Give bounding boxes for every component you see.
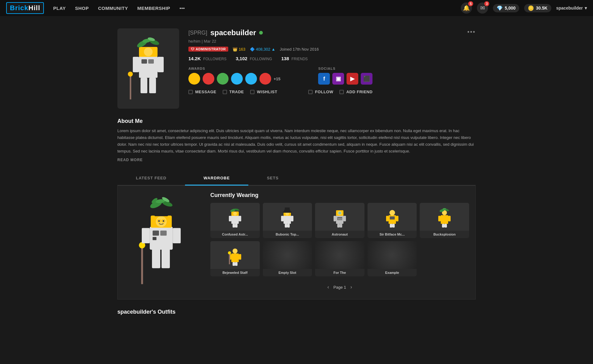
item-name-9: Example	[368, 269, 417, 276]
item-thumb-7	[263, 241, 312, 269]
item-name-7: Empty Slot	[263, 269, 312, 276]
currency2-value: 30.5K	[536, 6, 547, 10]
award-2[interactable]	[203, 73, 214, 85]
message-icon[interactable]: ✉ 3	[477, 2, 488, 14]
svg-point-91	[228, 251, 231, 254]
svg-rect-3	[141, 78, 147, 93]
about-text: Lorem ipsum dolor sit amet, consectetur …	[117, 128, 476, 155]
page-prev-button[interactable]: ‹	[327, 284, 329, 290]
profile-name-row: [SPRG] spacebuilder	[188, 28, 372, 37]
wardrobe-items-panel: Currently Wearing	[204, 186, 475, 299]
svg-point-89	[233, 249, 238, 253]
item-thumb-5	[420, 203, 469, 231]
add-friend-button[interactable]: ADD FRIEND	[339, 90, 372, 94]
nav-play[interactable]: PLAY	[53, 6, 66, 11]
follow-checkbox	[308, 90, 313, 94]
currency2-display: 🪙 30.5K	[524, 4, 551, 12]
about-section: About Me Lorem ipsum dolor sit amet, con…	[117, 118, 476, 162]
social-twitch[interactable]: ⬛	[361, 73, 372, 85]
nav-community[interactable]: COMMUNITY	[98, 6, 128, 11]
profile-top-row: [SPRG] spacebuilder he/him | Mar 22 🛡 AD…	[188, 28, 476, 94]
item-bucksplosion[interactable]: Bucksplosion	[420, 203, 469, 238]
profile-info: [SPRG] spacebuilder he/him | Mar 22 🛡 AD…	[188, 28, 476, 109]
item-for-the[interactable]: For The	[315, 241, 364, 276]
svg-rect-52	[287, 224, 290, 228]
item-name-6: Bejeweled Staff	[210, 269, 260, 276]
svg-rect-51	[285, 224, 287, 228]
svg-point-24	[158, 220, 160, 222]
shield-icon: 🛡	[191, 47, 195, 51]
svg-rect-1	[133, 57, 139, 72]
crown-count: 👑 163	[233, 47, 245, 52]
item-thumb-2	[263, 203, 312, 231]
award-6[interactable]	[259, 73, 271, 85]
item-empty-slot[interactable]: Empty Slot	[263, 241, 312, 276]
social-youtube[interactable]: ▶	[347, 73, 358, 85]
item-confused-astronaut[interactable]: Confused Astr...	[210, 203, 260, 238]
svg-rect-18	[162, 249, 170, 268]
svg-rect-57	[285, 207, 290, 211]
user-menu[interactable]: spacebuilder ▾	[556, 6, 587, 10]
wishlist-button[interactable]: WISHLIST	[250, 90, 277, 94]
item-example[interactable]: Example	[368, 241, 417, 276]
admin-badge: 🛡 ADMINISTRATOR	[188, 47, 228, 52]
item-bubonic-tophat[interactable]: Bubonic Top...	[263, 203, 312, 238]
svg-rect-48	[284, 215, 291, 224]
nav-more[interactable]: •••	[179, 6, 185, 11]
trade-checkbox	[223, 90, 227, 94]
nav-membership[interactable]: MEMBERSHIP	[137, 6, 170, 11]
svg-rect-88	[235, 262, 238, 266]
award-1[interactable]	[188, 73, 200, 85]
profile-name: spacebuilder	[210, 28, 256, 37]
trade-button[interactable]: TRADE	[223, 90, 244, 94]
currency1-value: 5,000	[505, 6, 515, 10]
svg-point-47	[234, 208, 239, 211]
awards-row: +15	[188, 73, 280, 85]
follow-button[interactable]: FOLLOW	[308, 90, 333, 94]
svg-point-65	[338, 211, 341, 215]
svg-rect-17	[152, 249, 160, 268]
svg-point-83	[443, 208, 446, 210]
currency1-display: 💎 5,000	[493, 4, 519, 12]
logo[interactable]: BrickHill	[6, 2, 44, 14]
stats-row: 14.2K FOLLOWERS 3,102 FOLLOWING 138 FRIE…	[188, 56, 372, 61]
item-name-3: Astronaut	[315, 231, 364, 238]
svg-rect-75	[441, 215, 448, 224]
award-5[interactable]	[245, 73, 257, 85]
svg-point-45	[233, 212, 237, 215]
item-sir-bitface[interactable]: Sir Bitface Mc...	[368, 203, 417, 238]
navbar: BrickHill PLAY SHOP COMMUNITY MEMBERSHIP…	[0, 0, 593, 16]
profile-more-options[interactable]: •••	[467, 28, 476, 36]
svg-rect-72	[392, 224, 395, 228]
notification-badge: 5	[468, 1, 473, 6]
awards-more: +15	[274, 77, 280, 81]
item-bejeweled-staff[interactable]: Bejeweled Staff	[210, 241, 260, 276]
currency2-icon: 🪙	[528, 5, 534, 11]
award-3[interactable]	[217, 73, 229, 85]
svg-rect-50	[291, 216, 293, 221]
main-content: [SPRG] spacebuilder he/him | Mar 22 🛡 AD…	[111, 16, 482, 328]
item-astronaut[interactable]: NASA Astronaut	[315, 203, 364, 238]
nav-shop[interactable]: SHOP	[75, 6, 89, 11]
svg-rect-11	[141, 59, 147, 64]
tab-wardrobe[interactable]: WARDROBE	[185, 171, 248, 186]
svg-rect-86	[239, 254, 241, 260]
page-next-button[interactable]: ›	[351, 284, 352, 290]
profile-tabs: LATEST FEED WARDROBE SETS	[117, 171, 476, 186]
currency1-icon: 💎	[497, 5, 503, 11]
about-title: About Me	[117, 118, 476, 124]
tab-sets[interactable]: SETS	[248, 171, 297, 186]
social-facebook[interactable]: f	[318, 73, 330, 85]
svg-rect-30	[157, 206, 166, 213]
tab-latest-feed[interactable]: LATEST FEED	[117, 171, 185, 186]
read-more-button[interactable]: READ MORE	[117, 158, 476, 162]
notification-bell[interactable]: 🔔 5	[461, 2, 472, 14]
item-name-4: Sir Bitface Mc...	[368, 231, 417, 238]
award-4[interactable]	[231, 73, 243, 85]
social-discord[interactable]: ▣	[332, 73, 344, 85]
message-button[interactable]: MESSAGE	[188, 90, 217, 94]
wardrobe-character-preview	[118, 186, 204, 299]
svg-rect-59	[334, 216, 336, 221]
item-thumb-6	[210, 241, 260, 269]
svg-rect-90	[229, 253, 230, 264]
